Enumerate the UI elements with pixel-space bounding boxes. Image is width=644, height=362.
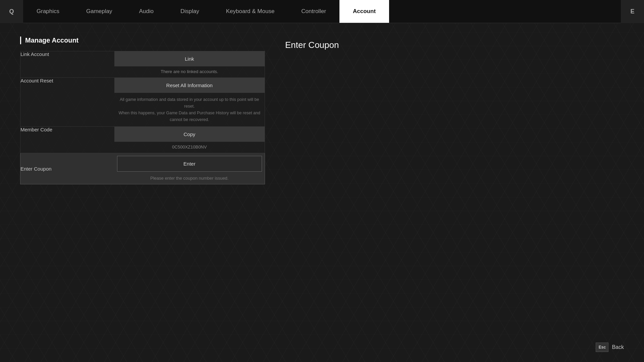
- content-area: Manage Account Link AccountLinkThere are…: [0, 23, 644, 198]
- settings-row-account-reset: Account ResetReset All InformationAll ga…: [20, 78, 265, 127]
- navbar: Q GraphicsGameplayAudioDisplayKeyboard &…: [0, 0, 644, 23]
- settings-row-enter-coupon: Enter CouponPlease enter the coupon numb…: [20, 153, 265, 184]
- row-content-account-reset: Reset All InformationAll game informatio…: [114, 78, 265, 127]
- btn-member-code[interactable]: Copy: [114, 127, 265, 142]
- nav-right-icon[interactable]: E: [621, 0, 644, 23]
- nav-tabs: GraphicsGameplayAudioDisplayKeyboard & M…: [23, 0, 621, 23]
- enter-coupon-title: Enter Coupon: [285, 40, 624, 50]
- nav-tab-controller[interactable]: Controller: [288, 0, 339, 23]
- row-label-account-reset: Account Reset: [20, 78, 114, 127]
- coupon-hint: Please enter the coupon number issued.: [114, 174, 265, 184]
- settings-row-member-code: Member CodeCopy0C500XZ10B0NV: [20, 127, 265, 153]
- nav-tab-audio[interactable]: Audio: [126, 0, 167, 23]
- back-button[interactable]: Esc Back: [596, 343, 624, 352]
- btn-account-reset[interactable]: Reset All Information: [114, 78, 265, 93]
- nav-left-icon[interactable]: Q: [0, 0, 23, 23]
- code-value-member-code: 0C500XZ10B0NV: [114, 143, 265, 153]
- left-panel: Manage Account Link AccountLinkThere are…: [20, 37, 265, 184]
- btn-link-account[interactable]: Link: [114, 51, 265, 66]
- nav-tab-account[interactable]: Account: [339, 0, 389, 23]
- row-content-link-account: LinkThere are no linked accounts.: [114, 51, 265, 78]
- esc-key-label: Esc: [596, 343, 608, 352]
- nav-tab-gameplay[interactable]: Gameplay: [73, 0, 125, 23]
- sub-text-link-account: There are no linked accounts.: [114, 68, 265, 77]
- nav-tab-keyboard-mouse[interactable]: Keyboard & Mouse: [213, 0, 288, 23]
- settings-table: Link AccountLinkThere are no linked acco…: [20, 51, 265, 184]
- coupon-input[interactable]: [117, 156, 262, 172]
- row-content-member-code: Copy0C500XZ10B0NV: [114, 127, 265, 153]
- back-label: Back: [612, 344, 624, 350]
- row-content-enter-coupon: Please enter the coupon number issued.: [114, 153, 265, 184]
- row-label-enter-coupon: Enter Coupon: [20, 153, 114, 184]
- nav-tab-graphics[interactable]: Graphics: [23, 0, 73, 23]
- right-panel: Enter Coupon: [285, 37, 624, 184]
- coupon-input-wrap: [114, 153, 265, 174]
- settings-row-link-account: Link AccountLinkThere are no linked acco…: [20, 51, 265, 78]
- row-label-member-code: Member Code: [20, 127, 114, 153]
- section-title: Manage Account: [20, 37, 265, 44]
- row-label-link-account: Link Account: [20, 51, 114, 78]
- warning-text-account-reset: All game information and data stored in …: [114, 94, 265, 126]
- nav-tab-display[interactable]: Display: [167, 0, 213, 23]
